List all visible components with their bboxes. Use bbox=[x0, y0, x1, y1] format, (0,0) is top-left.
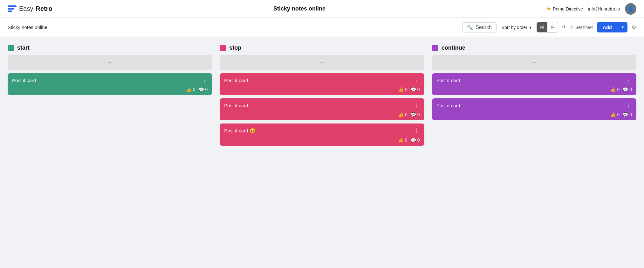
board: start+⋮Post it card👍 0💬 0stop+⋮Post it c… bbox=[0, 37, 644, 157]
card-text-card-st2: Post it card bbox=[224, 103, 420, 108]
view-list-button[interactable]: ⊟ bbox=[547, 22, 558, 32]
add-dropdown-arrow[interactable]: ▾ bbox=[618, 23, 627, 32]
card-footer-card-c1: 👍 0💬 0 bbox=[436, 87, 632, 92]
card-text-card-s1: Post it card bbox=[12, 78, 208, 83]
add-button-label: Add bbox=[597, 22, 618, 32]
app-header: EasyRetro Sticky notes online ★ Prime Di… bbox=[0, 0, 644, 18]
card-footer-card-s1: 👍 0💬 0 bbox=[12, 87, 208, 92]
column-header-start: start bbox=[8, 45, 212, 51]
chevron-down-icon: ▾ bbox=[529, 25, 531, 30]
comment-icon: 💬 bbox=[623, 112, 628, 117]
comment-icon: 💬 bbox=[199, 87, 204, 92]
column-stop: stop+⋮Post it card👍 0💬 0⋮Post it card👍 0… bbox=[220, 45, 424, 149]
sort-label: Sort by order bbox=[502, 25, 527, 30]
board-name-label: Sticky notes online bbox=[8, 25, 47, 30]
card-footer-card-st2: 👍 0💬 0 bbox=[224, 112, 420, 117]
settings-button[interactable]: ⚙ bbox=[631, 24, 636, 31]
logo-bar-3 bbox=[8, 11, 12, 12]
column-color-continue bbox=[432, 45, 438, 51]
clock-icon: ⏱ bbox=[569, 25, 573, 30]
thumb-icon: 👍 bbox=[398, 138, 404, 143]
card-comments-card-st2[interactable]: 💬 0 bbox=[411, 112, 420, 117]
card-text-card-st1: Post it card bbox=[224, 78, 420, 83]
comment-icon: 💬 bbox=[411, 87, 416, 92]
card-menu-button-card-st3[interactable]: ⋮ bbox=[413, 127, 421, 133]
thumb-icon: 👍 bbox=[610, 87, 616, 92]
card-likes-card-st2[interactable]: 👍 0 bbox=[398, 112, 408, 117]
comment-icon: 💬 bbox=[411, 112, 416, 117]
logo-text-retro: Retro bbox=[36, 5, 52, 12]
card-card-c2[interactable]: ⋮Post it card👍 0💬 0 bbox=[432, 98, 636, 120]
thumb-icon: 👍 bbox=[610, 112, 616, 117]
card-menu-button-card-s1[interactable]: ⋮ bbox=[201, 77, 208, 83]
card-menu-button-card-st1[interactable]: ⋮ bbox=[413, 77, 421, 83]
search-icon: 🔍 bbox=[467, 25, 473, 30]
card-likes-card-c2[interactable]: 👍 0 bbox=[610, 112, 620, 117]
prime-directive[interactable]: ★ Prime Directive bbox=[546, 6, 583, 12]
card-card-c1[interactable]: ⋮Post it card👍 0💬 0 bbox=[432, 73, 636, 95]
view-toggle: ⊞ ⊟ bbox=[537, 22, 558, 32]
card-footer-card-st1: 👍 0💬 0 bbox=[224, 87, 420, 92]
card-menu-button-card-st2[interactable]: ⋮ bbox=[413, 102, 421, 108]
card-likes-card-c1[interactable]: 👍 0 bbox=[610, 87, 620, 92]
card-comments-card-st1[interactable]: 💬 0 bbox=[411, 87, 420, 92]
card-comments-card-c1[interactable]: 💬 0 bbox=[623, 87, 632, 92]
timer-label: Set timer bbox=[575, 25, 593, 30]
column-header-continue: continue bbox=[432, 45, 636, 51]
search-input[interactable]: Search bbox=[476, 25, 492, 30]
card-likes-card-s1[interactable]: 👍 0 bbox=[186, 87, 195, 92]
column-title-continue: continue bbox=[442, 45, 465, 51]
card-footer-card-st3: 👍 0💬 0 bbox=[224, 138, 420, 143]
column-header-stop: stop bbox=[220, 45, 424, 51]
logo-text-easy: Easy bbox=[19, 5, 33, 12]
card-comments-card-st3[interactable]: 💬 0 bbox=[411, 138, 420, 143]
card-card-st2[interactable]: ⋮Post it card👍 0💬 0 bbox=[220, 98, 424, 120]
card-comments-card-s1[interactable]: 💬 0 bbox=[199, 87, 208, 92]
thumb-icon: 👍 bbox=[398, 112, 404, 117]
card-footer-card-c2: 👍 0💬 0 bbox=[436, 112, 632, 117]
header-title: Sticky notes online bbox=[273, 5, 325, 12]
card-likes-card-st3[interactable]: 👍 0 bbox=[398, 138, 408, 143]
card-menu-button-card-c1[interactable]: ⋮ bbox=[625, 77, 633, 83]
column-title-start: start bbox=[17, 45, 30, 51]
card-card-st1[interactable]: ⋮Post it card👍 0💬 0 bbox=[220, 73, 424, 95]
column-title-stop: stop bbox=[229, 45, 241, 51]
card-text-card-c2: Post it card bbox=[436, 103, 632, 108]
prime-directive-label: Prime Directive bbox=[553, 6, 583, 11]
toolbar-controls: 🔍 Search Sort by order ▾ ⊞ ⊟ 👁 ⏱ Set tim… bbox=[462, 22, 636, 32]
add-card-button-continue[interactable]: + bbox=[432, 55, 636, 70]
column-color-stop bbox=[220, 45, 226, 51]
avatar[interactable]: 👤 bbox=[625, 3, 636, 15]
card-text-card-st3: Post it card 😀 bbox=[224, 128, 420, 134]
add-card-button-start[interactable]: + bbox=[8, 55, 212, 70]
card-menu-button-card-c2[interactable]: ⋮ bbox=[625, 102, 633, 108]
sort-button[interactable]: Sort by order ▾ bbox=[500, 23, 533, 32]
logo-icon bbox=[8, 5, 17, 12]
add-card-button-stop[interactable]: + bbox=[220, 55, 424, 70]
thumb-icon: 👍 bbox=[186, 87, 192, 92]
logo: EasyRetro bbox=[8, 5, 52, 12]
user-email: info@funretro.io bbox=[588, 6, 620, 11]
toolbar: Sticky notes online 🔍 Search Sort by ord… bbox=[0, 18, 644, 37]
column-color-start bbox=[8, 45, 14, 51]
card-likes-card-st1[interactable]: 👍 0 bbox=[398, 87, 408, 92]
set-timer-button[interactable]: 👁 ⏱ Set timer bbox=[562, 25, 593, 30]
logo-bar-1 bbox=[8, 5, 17, 7]
comment-icon: 💬 bbox=[411, 138, 416, 143]
avatar-icon: 👤 bbox=[627, 6, 634, 12]
column-start: start+⋮Post it card👍 0💬 0 bbox=[8, 45, 212, 98]
view-grid-button[interactable]: ⊞ bbox=[537, 22, 547, 32]
card-card-st3[interactable]: ⋮Post it card 😀👍 0💬 0 bbox=[220, 123, 424, 146]
header-right: ★ Prime Directive info@funretro.io 👤 bbox=[546, 3, 636, 15]
star-icon: ★ bbox=[546, 6, 551, 12]
eye-icon: 👁 bbox=[562, 25, 567, 30]
add-button[interactable]: Add ▾ bbox=[597, 22, 627, 32]
thumb-icon: 👍 bbox=[398, 87, 404, 92]
comment-icon: 💬 bbox=[623, 87, 628, 92]
card-text-card-c1: Post it card bbox=[436, 78, 632, 83]
logo-bar-2 bbox=[8, 8, 14, 10]
column-continue: continue+⋮Post it card👍 0💬 0⋮Post it car… bbox=[432, 45, 636, 123]
search-box[interactable]: 🔍 Search bbox=[462, 22, 497, 32]
card-comments-card-c2[interactable]: 💬 0 bbox=[623, 112, 632, 117]
card-card-s1[interactable]: ⋮Post it card👍 0💬 0 bbox=[8, 73, 212, 95]
